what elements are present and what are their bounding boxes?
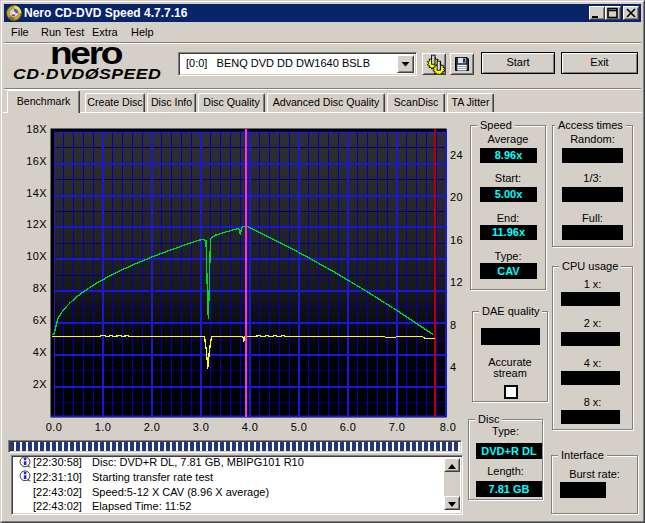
- svg-text:1.0: 1.0: [95, 421, 112, 433]
- svg-text:4: 4: [450, 361, 457, 373]
- svg-text:0.0: 0.0: [46, 421, 63, 433]
- svg-text:4.0: 4.0: [242, 421, 259, 433]
- svg-text:12X: 12X: [26, 218, 47, 230]
- svg-text:18X: 18X: [26, 123, 47, 135]
- svg-text:2X: 2X: [33, 378, 48, 390]
- svg-text:10X: 10X: [26, 250, 47, 262]
- svg-text:4X: 4X: [33, 346, 48, 358]
- svg-text:6X: 6X: [33, 314, 48, 326]
- svg-text:24: 24: [450, 149, 463, 161]
- svg-text:8X: 8X: [33, 282, 48, 294]
- svg-text:2.0: 2.0: [144, 421, 161, 433]
- svg-text:16: 16: [450, 234, 463, 246]
- svg-text:8.0: 8.0: [440, 421, 457, 433]
- svg-text:14X: 14X: [26, 187, 47, 199]
- svg-text:20: 20: [450, 191, 463, 203]
- svg-text:12: 12: [450, 276, 463, 288]
- svg-text:3.0: 3.0: [193, 421, 210, 433]
- svg-text:16X: 16X: [26, 155, 47, 167]
- svg-text:7.0: 7.0: [389, 421, 406, 433]
- svg-text:8: 8: [450, 319, 457, 331]
- svg-text:5.0: 5.0: [291, 421, 308, 433]
- svg-text:6.0: 6.0: [340, 421, 357, 433]
